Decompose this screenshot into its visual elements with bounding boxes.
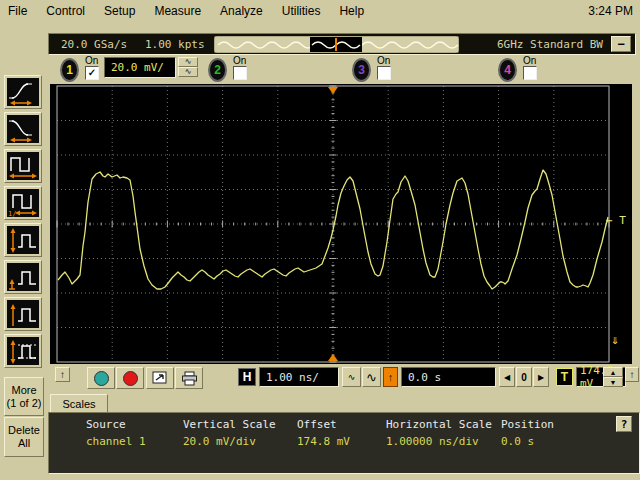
measure-fall-time-button[interactable] <box>4 112 42 146</box>
waveform-display[interactable]: ← T ⇓ <box>50 84 632 364</box>
menu-item-measure[interactable]: Measure <box>154 4 201 18</box>
run-button[interactable] <box>87 367 115 389</box>
menu-item-file[interactable]: File <box>8 4 27 18</box>
left-arrow-icon: ◀ <box>504 373 510 382</box>
trigger-level-spinner: ▲ ▼ <box>603 367 623 387</box>
channel-bar: 1 On ✓ 20.0 mV/ ∿ ∿ 2 On 3 On 4 On <box>48 56 640 83</box>
channel-4-badge[interactable]: 4 <box>498 58 517 82</box>
channel-1-badge[interactable]: 1 <box>60 58 79 82</box>
position-zero-button[interactable]: 0 <box>516 367 532 387</box>
channel-1-on-checkbox[interactable]: ✓ <box>85 66 99 80</box>
measure-v-min-button[interactable] <box>4 260 42 294</box>
menu-bar: File Control Setup Measure Analyze Utili… <box>0 0 640 22</box>
expand-up-right-button[interactable]: ↑ <box>625 367 639 382</box>
right-arrow-icon: ▶ <box>538 373 544 382</box>
horizontal-scale-field[interactable]: 1.00 ns/ <box>259 367 339 387</box>
spin-down-icon: ▼ <box>610 379 617 386</box>
channel-3-badge[interactable]: 3 <box>352 58 371 82</box>
trigger-level-marker[interactable]: ← T <box>606 214 626 227</box>
horizontal-badge: H <box>238 368 256 386</box>
position-right-button[interactable]: ▶ <box>533 367 549 387</box>
sine-large-icon: ∿ <box>366 370 377 385</box>
channel-4-controls: 4 On <box>498 57 558 83</box>
bottom-control-bar: ↑ H 1.00 ns/ ∿ ∿ ↑ 0.0 s ◀ 0 ▶ T 174.8 m… <box>0 366 640 392</box>
horizontal-zoom-in-button[interactable]: ∿ <box>342 367 361 387</box>
scales-col-horizontal: Horizontal Scale 1.00000 ns/div <box>386 418 492 448</box>
up-arrow-icon: ↑ <box>630 369 635 380</box>
scales-col-vertical: Vertical Scale 20.0 mV/div <box>183 418 276 448</box>
scales-col-position: Position 0.0 s <box>501 418 554 448</box>
horizontal-zoom-out-button[interactable]: ∿ <box>362 367 381 387</box>
minimize-button[interactable]: − <box>611 36 631 52</box>
print-button[interactable] <box>175 367 203 389</box>
spin-up-icon: ▲ <box>610 369 617 376</box>
trigger-up-button[interactable]: ▲ <box>603 367 623 377</box>
position-value: 0.0 s <box>501 435 554 448</box>
position-left-button[interactable]: ◀ <box>499 367 515 387</box>
channel-3-on-checkbox[interactable] <box>377 66 391 80</box>
tab-scales[interactable]: Scales <box>50 394 108 413</box>
trigger-position-button[interactable]: ↑ <box>383 367 398 387</box>
run-icon <box>94 371 109 386</box>
channel-3-controls: 3 On <box>352 57 412 83</box>
trigger-down-button[interactable]: ▼ <box>603 377 623 387</box>
scales-col-source: Source channel 1 <box>86 418 146 448</box>
memory-depth: 1.00 kpts <box>145 38 205 51</box>
channel-2-on-checkbox[interactable] <box>233 66 247 80</box>
measure-v-peak-peak-button[interactable] <box>4 223 42 257</box>
waveform-grid <box>50 84 632 364</box>
offscreen-indicator-icon: ⇓ <box>611 332 619 347</box>
printer-icon <box>181 371 198 386</box>
help-button[interactable]: ? <box>616 416 632 432</box>
measure-period-button[interactable] <box>4 149 42 183</box>
vertical-scale-value: 20.0 mV/div <box>183 435 276 448</box>
delete-all-button[interactable]: Delete All <box>4 417 44 457</box>
clock: 3:24 PM <box>588 4 633 18</box>
channel-3-on-label: On <box>377 55 390 66</box>
sample-rate: 20.0 GSa/s <box>61 38 127 51</box>
channel-2-controls: 2 On <box>208 57 268 83</box>
channel-2-badge[interactable]: 2 <box>208 58 227 82</box>
sine-small-icon: ∿ <box>348 372 356 382</box>
measure-v-max-button[interactable] <box>4 297 42 331</box>
up-arrow-icon: ↑ <box>60 369 65 380</box>
measure-frequency-button[interactable]: 1/ <box>4 186 42 220</box>
svg-text:1/: 1/ <box>8 210 16 217</box>
channel-1-scale-spinner: ∿ ∿ <box>178 57 198 78</box>
horizontal-scale-value: 1.00000 ns/div <box>386 435 492 448</box>
clear-display-icon <box>152 371 168 385</box>
channel-4-on-checkbox[interactable] <box>523 66 537 80</box>
trigger-badge: T <box>556 368 573 386</box>
measure-rise-time-button[interactable] <box>4 75 42 109</box>
orange-up-arrow-icon: ↑ <box>388 371 394 383</box>
measure-v-amplitude-button[interactable] <box>4 334 42 368</box>
channel-1-scale-down-button[interactable]: ∿ <box>178 67 198 77</box>
menu-item-setup[interactable]: Setup <box>104 4 135 18</box>
channel-1-scale-up-button[interactable]: ∿ <box>178 57 198 67</box>
acquisition-preview[interactable] <box>214 36 459 53</box>
bandwidth-label: 6GHz Standard BW <box>497 38 603 51</box>
channel-1-on-label: On <box>85 55 98 66</box>
horizontal-position-field[interactable]: 0.0 s <box>401 367 496 387</box>
channel-2-on-label: On <box>233 55 246 66</box>
source-value: channel 1 <box>86 435 146 448</box>
stop-icon <box>123 371 138 386</box>
menu-item-utilities[interactable]: Utilities <box>282 4 321 18</box>
scales-panel: Source channel 1 Vertical Scale 20.0 mV/… <box>48 412 640 474</box>
menu-item-control[interactable]: Control <box>46 4 85 18</box>
menu-item-analyze[interactable]: Analyze <box>220 4 263 18</box>
channel-1-scale-field[interactable]: 20.0 mV/ <box>104 57 176 78</box>
channel-4-on-label: On <box>523 55 536 66</box>
status-bar: 20.0 GSa/s 1.00 kpts 6GHz Standard BW − <box>48 33 636 55</box>
stop-button[interactable] <box>116 367 144 389</box>
clear-display-button[interactable] <box>146 367 174 389</box>
expand-up-left-button[interactable]: ↑ <box>55 367 70 382</box>
oscilloscope-app: File Control Setup Measure Analyze Utili… <box>0 0 640 480</box>
menu-item-help[interactable]: Help <box>339 4 364 18</box>
offset-value: 174.8 mV <box>297 435 350 448</box>
scales-col-offset: Offset 174.8 mV <box>297 418 350 448</box>
